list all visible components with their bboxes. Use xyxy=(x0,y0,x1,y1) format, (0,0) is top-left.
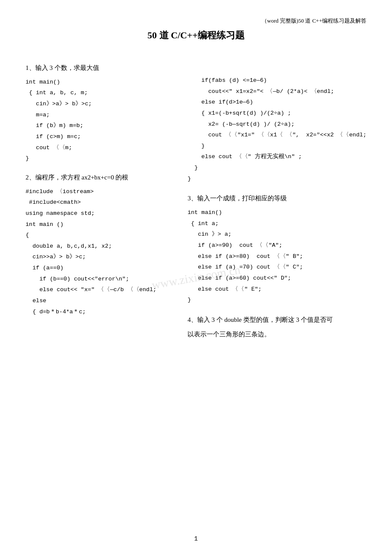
section-1-code: int main() { int a, b, c, m; cin》>a》> b》… xyxy=(26,77,175,164)
section-2-code: #include 〈iostream> #include<cmath> usin… xyxy=(26,186,175,318)
section-3-code: int main() { int a; cin 》> a; if (a>=90)… xyxy=(187,207,366,306)
page-title: 50 道 C/C++编程练习题 xyxy=(26,29,366,42)
section-4-text: 以表示一个三角形的三条边。 xyxy=(187,329,366,341)
page-number: 1 xyxy=(194,535,198,542)
page-header-right: （word 完整版)50 道 C++编程练习题及解答 xyxy=(26,17,366,25)
section-3-title: 3、输入一个成绩，打印相应的等级 xyxy=(187,193,366,205)
section-4-title: 4、输入 3 个 double 类型的值，判断这 3 个值是否可 xyxy=(187,314,366,326)
left-column: 1、输入 3 个数，求最大值 int main() { int a, b, c,… xyxy=(26,55,175,340)
section-2-code-cont: if(fabs (d) <=1e—6) cout<<" x1=x2="< 〈—b… xyxy=(187,75,366,184)
section-2-title: 2、编程序，求方程 ax2+bx+c=0 的根 xyxy=(26,172,175,184)
section-1-title: 1、输入 3 个数，求最大值 xyxy=(26,62,175,74)
right-column: if(fabs (d) <=1e—6) cout<<" x1=x2="< 〈—b… xyxy=(187,55,366,340)
content-area: 1、输入 3 个数，求最大值 int main() { int a, b, c,… xyxy=(26,55,366,340)
